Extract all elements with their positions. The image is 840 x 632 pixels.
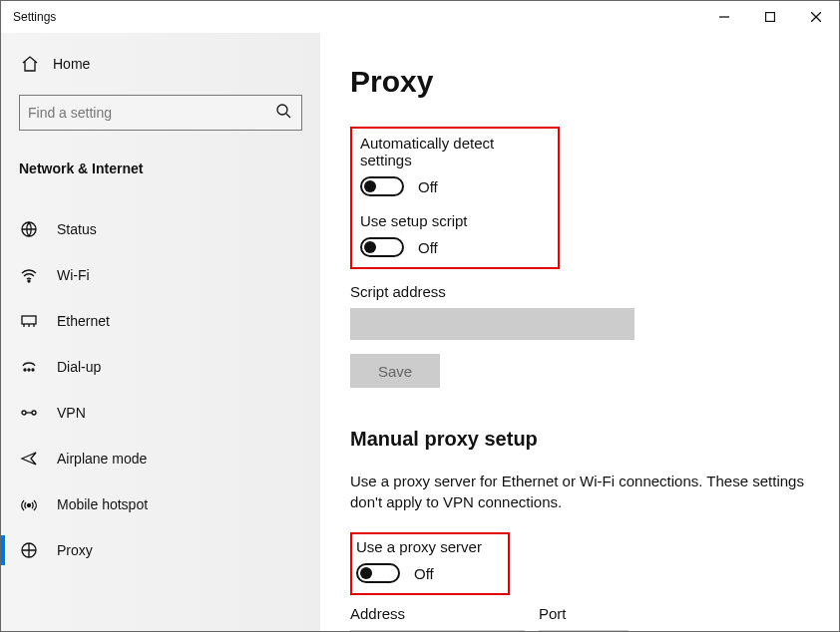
sidebar-item-wifi[interactable]: Wi-Fi <box>1 252 320 298</box>
svg-point-13 <box>32 411 36 415</box>
sidebar-item-label: Mobile hotspot <box>57 496 148 512</box>
sidebar-item-label: Status <box>57 221 97 237</box>
use-proxy-highlight: Use a proxy server Off <box>350 532 510 595</box>
use-script-label: Use setup script <box>360 212 550 229</box>
manual-proxy-description: Use a proxy server for Ethernet or Wi-Fi… <box>350 471 809 512</box>
vpn-icon <box>19 403 39 423</box>
svg-point-11 <box>32 369 34 371</box>
sidebar-item-label: Proxy <box>57 542 93 558</box>
use-proxy-label: Use a proxy server <box>356 538 498 555</box>
home-label: Home <box>53 56 90 72</box>
window-title: Settings <box>13 10 56 24</box>
port-label: Port <box>539 605 629 622</box>
auto-setup-highlight: Automatically detect settings Off Use se… <box>350 127 560 269</box>
svg-rect-1 <box>766 13 775 22</box>
use-proxy-state: Off <box>414 565 434 582</box>
auto-detect-toggle[interactable] <box>360 176 404 196</box>
port-input[interactable] <box>539 630 629 631</box>
close-button[interactable] <box>793 1 839 33</box>
sidebar-item-hotspot[interactable]: Mobile hotspot <box>1 481 320 527</box>
minimize-button[interactable] <box>701 1 747 33</box>
auto-detect-state: Off <box>418 178 438 195</box>
category-heading: Network & Internet <box>19 160 302 176</box>
manual-proxy-heading: Manual proxy setup <box>350 428 809 451</box>
sidebar-item-status[interactable]: Status <box>1 206 320 252</box>
proxy-icon <box>19 540 39 560</box>
script-address-label: Script address <box>350 283 809 300</box>
sidebar-item-airplane[interactable]: Airplane mode <box>1 436 320 481</box>
svg-line-5 <box>286 114 290 118</box>
sidebar-item-label: Dial-up <box>57 359 101 375</box>
ethernet-icon <box>19 311 39 331</box>
svg-point-9 <box>24 369 26 371</box>
settings-window: Settings Home <box>0 0 840 632</box>
window-controls <box>701 1 839 33</box>
search-input[interactable] <box>19 95 302 131</box>
dialup-icon <box>19 357 39 377</box>
airplane-icon <box>19 449 39 469</box>
status-icon <box>19 219 39 239</box>
svg-point-4 <box>277 105 287 115</box>
svg-point-14 <box>28 504 31 507</box>
maximize-button[interactable] <box>747 1 793 33</box>
save-button[interactable]: Save <box>350 354 440 388</box>
use-script-toggle[interactable] <box>360 237 404 257</box>
svg-point-12 <box>22 411 26 415</box>
search-field[interactable] <box>28 105 273 121</box>
wifi-icon <box>19 265 39 285</box>
sidebar: Home Network & Internet Status Wi-Fi Eth… <box>1 33 320 631</box>
address-label: Address <box>350 605 525 622</box>
sidebar-item-vpn[interactable]: VPN <box>1 390 320 436</box>
main-content: Proxy Automatically detect settings Off … <box>320 33 839 631</box>
sidebar-item-label: Airplane mode <box>57 451 147 467</box>
script-address-input[interactable] <box>350 308 634 340</box>
address-input[interactable] <box>350 630 525 631</box>
use-script-state: Off <box>418 239 438 256</box>
use-proxy-toggle[interactable] <box>356 563 400 583</box>
sidebar-item-dialup[interactable]: Dial-up <box>1 344 320 390</box>
svg-rect-8 <box>22 316 36 324</box>
titlebar: Settings <box>1 1 839 33</box>
search-icon <box>273 103 293 123</box>
page-title: Proxy <box>350 65 809 99</box>
home-icon <box>21 55 39 73</box>
svg-point-10 <box>28 369 30 371</box>
auto-detect-label: Automatically detect settings <box>360 135 550 168</box>
home-nav[interactable]: Home <box>21 55 302 73</box>
sidebar-item-label: Wi-Fi <box>57 267 90 283</box>
sidebar-item-ethernet[interactable]: Ethernet <box>1 298 320 344</box>
sidebar-item-label: Ethernet <box>57 313 110 329</box>
svg-point-7 <box>28 280 30 282</box>
sidebar-item-label: VPN <box>57 405 86 421</box>
window-body: Home Network & Internet Status Wi-Fi Eth… <box>1 33 839 631</box>
sidebar-item-proxy[interactable]: Proxy <box>1 527 320 573</box>
hotspot-icon <box>19 494 39 514</box>
